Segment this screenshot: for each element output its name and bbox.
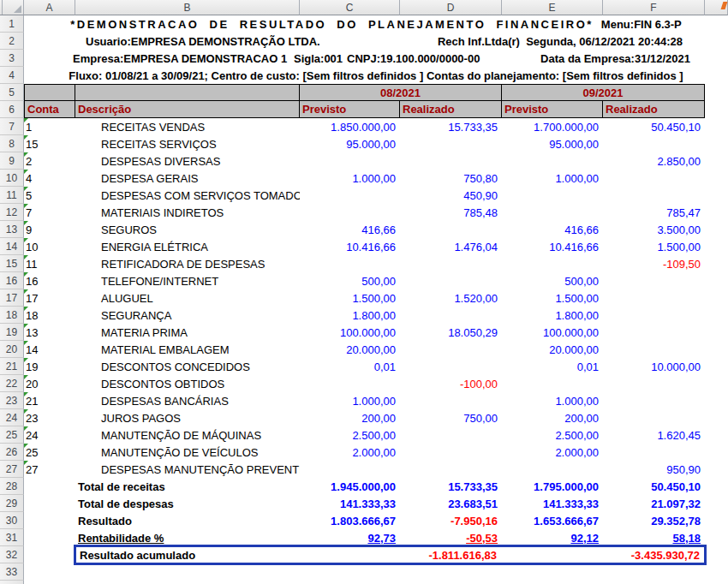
value-cell[interactable]: 416,66 <box>502 221 603 238</box>
conta-cell[interactable]: 20 <box>24 375 75 392</box>
row-header-4[interactable]: 4 <box>0 67 24 84</box>
descricao-cell[interactable]: ENERGIA ELÉTRICA <box>75 238 300 255</box>
conta-cell[interactable]: 24 <box>24 426 75 444</box>
value-cell[interactable]: -3.435.930,72 <box>602 546 704 563</box>
conta-cell[interactable]: 1 <box>24 118 75 135</box>
row-header-32[interactable]: 32 <box>0 546 24 563</box>
row-header-25[interactable]: 25 <box>0 426 24 444</box>
descricao-cell[interactable]: MATERIAL EMBALAGEM <box>75 341 300 358</box>
descricao-cell[interactable]: SEGURANÇA <box>75 307 300 324</box>
conta-cell[interactable]: 23 <box>24 409 75 426</box>
conta-cell[interactable]: 7 <box>24 204 75 221</box>
value-cell[interactable]: 15.733,35 <box>400 478 502 495</box>
value-cell[interactable]: 20.000,00 <box>300 341 400 358</box>
value-cell[interactable]: 95.000,00 <box>300 135 400 152</box>
row-header-22[interactable]: 22 <box>0 375 24 392</box>
conta-cell[interactable]: 16 <box>24 272 75 289</box>
value-cell[interactable] <box>603 324 705 341</box>
conta-cell[interactable]: 11 <box>24 255 75 272</box>
report-filter-row[interactable]: Fluxo: 01/08/21 a 30/09/21; Centro de cu… <box>24 67 728 84</box>
column-header-g-partial[interactable] <box>705 0 728 15</box>
value-cell[interactable] <box>400 444 502 461</box>
row-header-23[interactable]: 23 <box>0 392 24 409</box>
value-cell[interactable]: 1.850.000,00 <box>300 118 400 135</box>
value-cell[interactable]: 1.000,00 <box>502 170 603 187</box>
descricao-cell[interactable]: DESCONTOS OBTIDOS <box>75 375 300 392</box>
value-cell[interactable] <box>603 392 705 409</box>
conta-cell[interactable]: 9 <box>24 221 75 238</box>
row-header-26[interactable]: 26 <box>0 444 24 461</box>
value-cell[interactable] <box>603 307 705 324</box>
value-cell[interactable] <box>400 135 502 152</box>
column-header-b[interactable]: B <box>75 0 300 15</box>
row-header-9[interactable]: 9 <box>0 152 24 170</box>
header-conta[interactable]: Conta <box>24 101 75 118</box>
value-cell[interactable]: 500,00 <box>300 272 400 289</box>
conta-cell[interactable] <box>24 512 75 529</box>
value-cell[interactable] <box>603 409 705 426</box>
conta-cell[interactable]: 13 <box>24 324 75 341</box>
conta-cell[interactable] <box>24 478 75 495</box>
value-cell[interactable]: 950,90 <box>603 461 705 478</box>
value-cell[interactable]: 58,18 <box>603 529 705 546</box>
column-header-e[interactable]: E <box>502 0 603 15</box>
conta-cell[interactable]: 19 <box>24 358 75 375</box>
value-cell[interactable]: 1.500,00 <box>603 238 705 255</box>
value-cell[interactable]: 2.850,00 <box>603 152 705 170</box>
value-cell[interactable]: 21.097,32 <box>603 495 705 512</box>
row-header-29[interactable]: 29 <box>0 495 24 512</box>
select-all-corner[interactable] <box>0 0 24 15</box>
descricao-cell[interactable]: RECEITAS SERVIÇOS <box>75 135 300 152</box>
value-cell[interactable]: 1.700.000,00 <box>502 118 603 135</box>
value-cell[interactable]: 10.416,66 <box>300 238 400 255</box>
conta-cell[interactable]: 4 <box>24 170 75 187</box>
descricao-cell[interactable]: MATERIAIS INDIRETOS <box>75 204 300 221</box>
value-cell[interactable] <box>300 461 400 478</box>
value-cell[interactable]: 785,47 <box>603 204 705 221</box>
month-header-blank-a[interactable] <box>24 84 75 101</box>
value-cell[interactable] <box>502 461 603 478</box>
value-cell[interactable]: 10.000,00 <box>603 358 705 375</box>
report-company-row[interactable]: Empresa:EMPRESA DEMONSTRACAO 1 Sigla:001… <box>24 50 728 67</box>
value-cell[interactable] <box>400 426 502 444</box>
value-cell[interactable] <box>400 272 502 289</box>
value-cell[interactable] <box>300 255 400 272</box>
value-cell[interactable] <box>300 152 400 170</box>
value-cell[interactable]: 1.800,00 <box>300 307 400 324</box>
header-realizado-aug[interactable]: Realizado <box>400 101 502 118</box>
conta-cell[interactable] <box>24 495 75 512</box>
value-cell[interactable] <box>400 358 502 375</box>
row-header-2[interactable]: 2 <box>0 33 24 50</box>
total-label-cell[interactable]: Total de receitas <box>75 478 300 495</box>
row-header-1[interactable]: 1 <box>0 15 24 33</box>
column-header-a[interactable]: A <box>24 0 75 15</box>
row-header-27[interactable]: 27 <box>0 461 24 478</box>
value-cell[interactable]: 95.000,00 <box>502 135 603 152</box>
value-cell[interactable] <box>603 135 705 152</box>
value-cell[interactable]: 92,73 <box>300 529 400 546</box>
report-user-row[interactable]: Usuario:EMPRESA DEMONSTRAÇÃO LTDA. Rech … <box>24 33 728 50</box>
total-label-cell[interactable]: Resultado <box>75 512 300 529</box>
row-header-15[interactable]: 15 <box>0 255 24 272</box>
value-cell[interactable]: 450,90 <box>400 187 502 204</box>
value-cell[interactable] <box>603 375 705 392</box>
value-cell[interactable] <box>603 187 705 204</box>
value-cell[interactable]: 500,00 <box>502 272 603 289</box>
conta-cell[interactable]: 18 <box>24 307 75 324</box>
descricao-cell[interactable]: RECEITAS VENDAS <box>75 118 300 135</box>
value-cell[interactable]: 1.945.000,00 <box>300 478 400 495</box>
value-cell[interactable]: 20.000,00 <box>502 341 603 358</box>
value-cell[interactable]: 0,01 <box>502 358 603 375</box>
value-cell[interactable]: 1.520,00 <box>400 289 502 307</box>
value-cell[interactable]: 200,00 <box>502 409 603 426</box>
conta-cell[interactable]: 21 <box>24 392 75 409</box>
value-cell[interactable]: -50,53 <box>400 529 502 546</box>
value-cell[interactable]: 100.000,00 <box>502 324 603 341</box>
value-cell[interactable] <box>400 307 502 324</box>
row-header-30[interactable]: 30 <box>0 512 24 529</box>
descricao-cell[interactable]: MANUTENÇÃO DE MÁQUINAS <box>75 426 300 444</box>
value-cell[interactable] <box>603 289 705 307</box>
value-cell[interactable]: 2.000,00 <box>502 444 603 461</box>
conta-cell[interactable]: 15 <box>24 135 75 152</box>
descricao-cell[interactable]: SEGUROS <box>75 221 300 238</box>
